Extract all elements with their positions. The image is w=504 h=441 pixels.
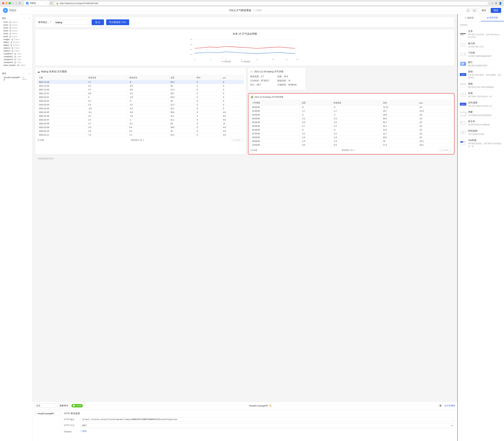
- table-row[interactable]: 02:00:00-2-219.8-22: [251, 113, 452, 117]
- close-window-btn[interactable]: [2, 2, 4, 4]
- api-item[interactable]: ● VisualCrossingAPI: [34, 411, 59, 416]
- sidebar-item[interactable]: container1 : {}1 item: [2, 52, 30, 55]
- prev-page-btn[interactable]: ‹: [231, 138, 235, 142]
- component-item-Tab容器[interactable]: Tab容器 带导航栏的容器，用于将多个组件集合在一起: [460, 137, 502, 149]
- table-row[interactable]: 2022-01-117.51.231.504.8: [37, 133, 244, 137]
- table-row[interactable]: 06:00:00-3-321.5-22: [251, 128, 452, 132]
- query-sidebar-item[interactable]: VisualCrossingAPI : {}10 items: [2, 76, 30, 81]
- table-row[interactable]: 2021-12-281.7-920.300: [37, 80, 244, 84]
- next-page-btn[interactable]: ›: [240, 138, 244, 142]
- table-row[interactable]: 09:00:00-1.4-1.419-22.1: [251, 139, 452, 143]
- sidebar-item[interactable]: image1 : {}2 items: [2, 38, 30, 41]
- browser-tab[interactable]: K 卡拉云 ×: [24, 1, 49, 5]
- query-search-input[interactable]: [34, 404, 56, 408]
- table-row[interactable]: 2022-01-032.5-2.321.300: [37, 103, 244, 107]
- table-row[interactable]: 01:00:00-1.7-1.719.7-21.9: [251, 109, 452, 113]
- table-row[interactable]: 2022-01-063.1-1.831.109.5: [37, 114, 244, 118]
- table-row[interactable]: 04:00:00-2.5-2.520.7-22: [251, 121, 452, 124]
- table-row[interactable]: 00:00:00-9-972.73-13: [251, 105, 452, 109]
- sidebar-item[interactable]: input_location : {}5 items: [2, 64, 30, 67]
- new-query-button[interactable]: 新建查询: [57, 403, 70, 408]
- tab-components[interactable]: ⊞ 组件列表: [481, 14, 504, 21]
- component-item-表格[interactable]: 表格 展示和允许用户操作表格数据: [460, 81, 502, 90]
- component-item-图片[interactable]: 🏔 图片 通过图片链接展示图片: [460, 59, 502, 69]
- preview-button[interactable]: 预览: [491, 8, 501, 13]
- table-row[interactable]: 2022-01-05-0.1-3.829.604.8: [37, 110, 244, 114]
- hourly-next-btn[interactable]: ›: [448, 148, 452, 152]
- settings-button[interactable]: ⚙: [438, 403, 443, 408]
- query-sidebar: ● VisualCrossingAPI: [32, 410, 61, 437]
- component-item-弹窗[interactable]: 弹窗 允许弹窗并在内部放置组件: [460, 109, 502, 118]
- table-row[interactable]: 10:00:00-0.4-0.417.3-22.1: [251, 143, 452, 147]
- tab-editor[interactable]: ✏ 编辑器: [458, 14, 481, 21]
- endpoint-value[interactable]: {{input_location.value}}?unitGroup=metri…: [81, 417, 455, 421]
- query-collapse-icon[interactable]: ∨: [29, 73, 30, 75]
- export-csv-button[interactable]: 导出数据至 CSV: [106, 19, 129, 25]
- svg-text:8: 8: [257, 58, 257, 60]
- sidebar-item[interactable]: text5 : {}6 items: [2, 32, 30, 35]
- table-row[interactable]: 08:00:00-2.4-2.420.6-22: [251, 136, 452, 139]
- hourly-per-page-chevron[interactable]: ∨: [354, 149, 355, 151]
- sidebar-item[interactable]: button2 : {}4 items: [2, 49, 30, 52]
- sidebar-item[interactable]: container3 : {}1 item: [2, 58, 30, 61]
- hourly-prev-btn[interactable]: ‹: [439, 148, 443, 152]
- edit-icon[interactable]: ✏️: [269, 404, 272, 407]
- per-page-chevron[interactable]: ∨: [143, 139, 144, 141]
- table-row[interactable]: 05:00:00-2.7-2.721.2-22: [251, 124, 452, 128]
- table-row[interactable]: 2022-01-104.50.13104.8: [37, 129, 244, 133]
- sidebar-item[interactable]: container2 : {}1 item: [2, 55, 30, 58]
- sidebar-item[interactable]: container4 : {}1 item: [2, 61, 30, 64]
- component-item-文本[interactable]: 文本 用于显示文本内容，支持 Markdown 和 HTML: [460, 28, 502, 40]
- component-item-文件选择[interactable]: Action 文件选择 允许用户选择文件以便上传: [460, 100, 502, 109]
- component-item-时间选择[interactable]: 🕐 时间选择 允许选择时间日期: [460, 128, 502, 137]
- detail-title: 🌤️ 2021-12-28 beijing 天气详情: [250, 70, 303, 73]
- layout-desktop-btn[interactable]: □: [466, 8, 471, 13]
- component-item-容器[interactable]: + 容器 用于将多个组件集合在一起: [460, 90, 502, 99]
- sidebar-item[interactable]: text6 : {}6 items: [2, 35, 30, 38]
- address-bar[interactable]: 🔒 https://kalacloud.com/apps/r67a6hu967/…: [54, 1, 488, 5]
- sidebar-item[interactable]: table2 : {}18 items: [2, 44, 30, 47]
- tab-close-btn[interactable]: ×: [46, 2, 47, 4]
- bookmark-icon[interactable]: ☆: [491, 2, 494, 5]
- run-preview-button[interactable]: 运行并预览: [444, 404, 455, 407]
- table-row[interactable]: 2022-01-072.3-131.109.5: [37, 118, 244, 122]
- extensions-icon[interactable]: ⚙: [495, 2, 497, 5]
- sidebar-item[interactable]: text3 : {}6 items: [2, 26, 30, 29]
- back-btn[interactable]: ‹: [12, 1, 15, 5]
- table-row[interactable]: 2021-12-310.8-2.228.700: [37, 92, 244, 95]
- sidebar-item[interactable]: text4 : {}6 items: [2, 29, 30, 32]
- hourly-emoji: 🌈: [251, 96, 253, 98]
- refresh-btn[interactable]: ↻: [18, 1, 22, 5]
- new-tab-btn[interactable]: +: [50, 2, 52, 5]
- table-row[interactable]: 2021-12-292.2-0.82000: [37, 84, 244, 88]
- table-row[interactable]: 2022-01-084.7-0.128014: [37, 122, 244, 126]
- table-row[interactable]: 03:00:00-2.2-2.220.3-22: [251, 117, 452, 121]
- forward-btn[interactable]: ›: [15, 1, 17, 5]
- maximize-window-btn[interactable]: [9, 2, 11, 4]
- sidebar-item[interactable]: table1 : {}18 items: [2, 41, 30, 44]
- table-row[interactable]: 07:00:00-3.1-3.121.7-22: [251, 132, 452, 136]
- table-row[interactable]: 2022-01-04-0.5-3.222.100: [37, 107, 244, 110]
- minimize-window-btn[interactable]: [5, 2, 8, 4]
- components-collapse-icon[interactable]: ∨: [29, 17, 30, 19]
- component-item-按钮[interactable]: Action 按钮 允许用户执行操作，如导出数据、执行查询等: [460, 69, 502, 81]
- components-list: 文本 用于显示文本内容，支持 Markdown 和 HTML 输入框 允许用户输…: [460, 28, 502, 149]
- sidebar-item[interactable]: text2 : {}6 items: [2, 24, 30, 26]
- method-select[interactable]: GET ∨: [81, 423, 455, 428]
- sidebar-item[interactable]: text1 : {}6 items: [2, 21, 30, 24]
- component-desc: 所见即所得的文本编辑器: [468, 123, 502, 126]
- layout-tablet-btn[interactable]: ▭: [472, 8, 477, 13]
- add-header-button[interactable]: + 添加: [81, 430, 87, 433]
- component-item-下拉框[interactable]: ∨ 下拉框 从列表中选择值或触发操作: [460, 50, 502, 59]
- component-item-输入框[interactable]: 输入框 允许用户输入文本: [460, 40, 502, 50]
- location-input[interactable]: [53, 20, 89, 25]
- table-row[interactable]: 2022-01-093.40.430.804.8: [37, 126, 244, 129]
- sidebar-item[interactable]: button1 : {}4 items: [2, 47, 30, 49]
- profile-icon[interactable]: 👤: [499, 2, 502, 5]
- table-row[interactable]: 2022-01-015-1.825.900: [37, 95, 244, 99]
- table-row[interactable]: 2021-12-303.7-0.921.300: [37, 88, 244, 92]
- component-item-富文本[interactable]: Aa 富文本 所见即所得的文本编辑器: [460, 118, 502, 128]
- save-button[interactable]: 保存: [478, 8, 489, 13]
- submit-button[interactable]: 提 交: [92, 19, 104, 25]
- table-row[interactable]: 2022-01-020.1-32000: [37, 99, 244, 103]
